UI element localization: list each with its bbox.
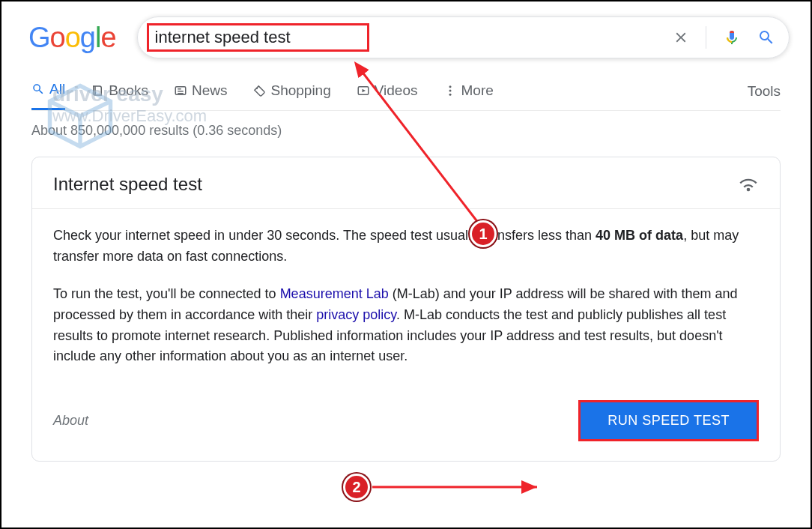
tab-books[interactable]: Books [91, 81, 148, 110]
text: Check your internet speed in under 30 se… [53, 228, 596, 243]
videos-icon [357, 84, 370, 97]
tab-label: Videos [375, 82, 418, 99]
privacy-link[interactable]: privacy policy [316, 307, 396, 322]
search-tabs: All Books News Shopping Videos More [31, 81, 494, 110]
mlab-link[interactable]: Measurement Lab [280, 286, 389, 301]
svg-point-1 [256, 87, 258, 88]
tab-all[interactable]: All [31, 81, 65, 110]
tab-videos[interactable]: Videos [357, 81, 418, 110]
search-small-icon [31, 82, 45, 96]
about-link[interactable]: About [53, 413, 88, 429]
more-icon [443, 84, 457, 97]
card-body: Check your internet speed in under 30 se… [32, 209, 780, 400]
results-stats: About 850,000,000 results (0.36 seconds) [31, 123, 811, 139]
tab-label: Shopping [270, 82, 330, 99]
run-speed-test-button[interactable]: RUN SPEED TEST [578, 400, 759, 441]
tab-label: News [192, 82, 228, 99]
search-icon[interactable] [757, 28, 775, 46]
tab-more[interactable]: More [443, 81, 494, 110]
news-icon [174, 84, 187, 97]
tab-label: All [49, 81, 65, 97]
voice-search-icon[interactable] [723, 28, 741, 46]
shopping-icon [252, 84, 266, 97]
clear-icon[interactable] [673, 29, 689, 46]
text: To run the test, you'll be connected to [53, 286, 280, 301]
svg-point-5 [449, 93, 451, 95]
separator [706, 26, 706, 49]
annotation-badge-2: 2 [343, 474, 370, 501]
tab-label: More [461, 82, 494, 99]
tools-button[interactable]: Tools [748, 83, 781, 110]
tab-label: Books [109, 82, 148, 99]
tab-news[interactable]: News [174, 81, 228, 110]
card-title: Internet speed test [53, 174, 202, 195]
books-icon [91, 84, 104, 97]
search-bar[interactable] [137, 16, 790, 58]
annotation-arrow-2 [369, 472, 548, 502]
svg-point-4 [449, 89, 451, 91]
text-bold: 40 MB of data [596, 228, 683, 243]
google-logo[interactable]: Google [28, 22, 116, 54]
tab-shopping[interactable]: Shopping [252, 81, 330, 110]
svg-point-3 [449, 85, 451, 88]
search-input[interactable] [154, 27, 363, 48]
wifi-icon [738, 174, 759, 195]
annotation-badge-1: 1 [470, 220, 497, 247]
speed-test-card: Internet speed test Check your internet … [31, 157, 781, 462]
search-input-highlight [147, 23, 369, 52]
